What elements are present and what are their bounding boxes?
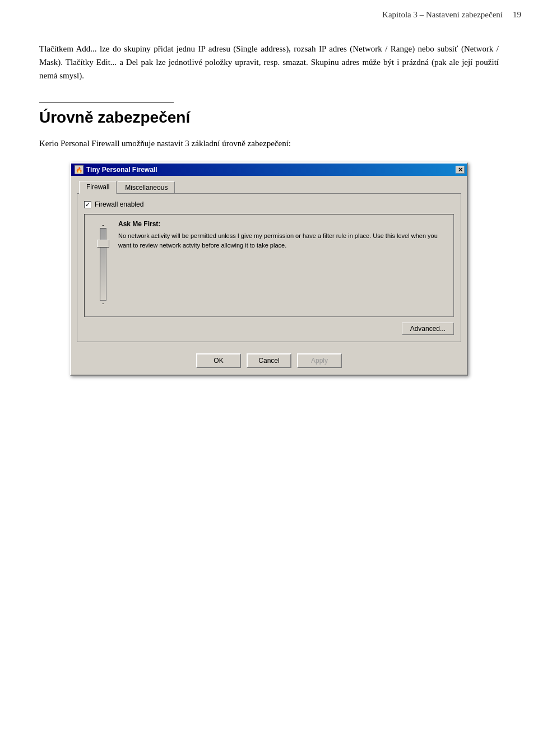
section-heading: Úrovně zabezpečení: [39, 109, 499, 127]
tab-bar: Firewall Miscellaneous: [77, 180, 461, 193]
security-level-title: Ask Me First:: [118, 220, 446, 228]
slider-marker-bottom: -: [102, 301, 104, 306]
dialog-window: 🔥 Tiny Personal Firewall ✕ Firewall Misc…: [70, 162, 468, 376]
slider-thumb[interactable]: [97, 240, 109, 248]
chapter-title: Kapitola 3 – Nastavení zabezpečení: [382, 10, 503, 20]
section-intro: Kerio Personal Firewall umožňuje nastavi…: [39, 137, 499, 150]
titlebar-left: 🔥 Tiny Personal Firewall: [75, 165, 157, 174]
security-level-desc: No network activity will be permitted un…: [118, 231, 446, 250]
firewall-enabled-row: ✓ Firewall enabled: [84, 200, 454, 208]
tab-content: ✓ Firewall enabled - - Ask M: [77, 193, 461, 342]
dialog-title: Tiny Personal Firewall: [86, 166, 157, 174]
advanced-button[interactable]: Advanced...: [402, 323, 454, 335]
cancel-button[interactable]: Cancel: [247, 353, 291, 368]
tab-firewall[interactable]: Firewall: [79, 181, 117, 194]
slider-track[interactable]: [100, 228, 106, 301]
dialog-body: Firewall Miscellaneous ✓ Firewall enable…: [71, 176, 467, 348]
security-panel: - - Ask Me First: No network activity wi…: [84, 214, 454, 317]
paragraph-1: Tlačítkem Add... lze do skupiny přidat j…: [39, 42, 499, 82]
tab-miscellaneous[interactable]: Miscellaneous: [118, 181, 175, 194]
security-content: Ask Me First: No network activity will b…: [114, 220, 446, 309]
advanced-btn-row: Advanced...: [84, 323, 454, 335]
page-header: Kapitola 3 – Nastavení zabezpečení 19: [0, 0, 538, 25]
section-divider: [39, 102, 174, 103]
slider-area: - -: [92, 220, 114, 309]
app-icon: 🔥: [75, 165, 84, 174]
firewall-enabled-label: Firewall enabled: [95, 200, 143, 208]
apply-button[interactable]: Apply: [297, 353, 342, 368]
slider-marker-top: -: [102, 222, 104, 228]
close-button[interactable]: ✕: [456, 166, 465, 174]
firewall-enabled-checkbox[interactable]: ✓: [84, 201, 91, 208]
ok-button[interactable]: OK: [196, 353, 241, 368]
page-number: 19: [513, 10, 521, 20]
page-content: Tlačítkem Add... lze do skupiny přidat j…: [0, 25, 538, 393]
dialog-footer: OK Cancel Apply: [71, 348, 467, 375]
dialog-titlebar: 🔥 Tiny Personal Firewall ✕: [71, 164, 467, 176]
